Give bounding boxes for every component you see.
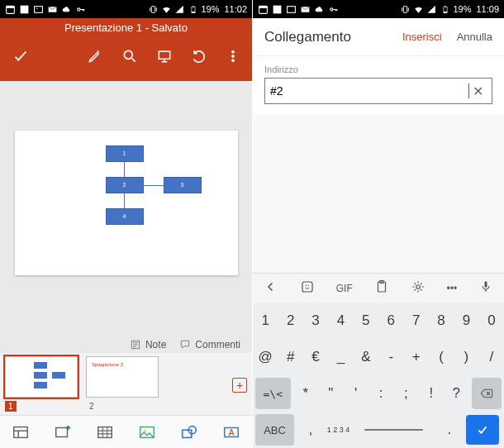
key-dquote[interactable]: " xyxy=(318,375,343,412)
key-dot[interactable]: . xyxy=(435,412,464,448)
svg-point-11 xyxy=(124,50,132,59)
battery-icon xyxy=(188,4,198,15)
present-icon[interactable] xyxy=(156,48,173,68)
dialog-header: Collegamento Inserisci Annulla xyxy=(253,18,504,56)
new-slide-icon[interactable] xyxy=(51,421,74,444)
key-numpad[interactable]: 1 2 3 4 xyxy=(325,412,353,448)
more-icon[interactable]: ••• xyxy=(446,283,457,294)
mic-icon[interactable] xyxy=(478,279,493,297)
key-1[interactable]: 1 xyxy=(253,303,278,339)
image-icon[interactable] xyxy=(136,421,159,444)
slide-canvas[interactable]: 1 2 3 4 xyxy=(0,81,252,324)
key-8[interactable]: 8 xyxy=(429,303,454,339)
overflow-icon[interactable] xyxy=(226,48,240,68)
signal-icon xyxy=(426,4,437,15)
key-euro[interactable]: € xyxy=(303,339,328,375)
layout-icon[interactable] xyxy=(9,421,32,444)
spacebar[interactable] xyxy=(352,412,435,448)
key-underscore[interactable]: _ xyxy=(328,339,353,375)
key-semicolon[interactable]: ; xyxy=(393,375,418,412)
svg-rect-7 xyxy=(152,6,155,12)
address-field[interactable]: ✕ xyxy=(264,78,492,104)
enter-key[interactable] xyxy=(466,415,499,445)
key-plus[interactable]: + xyxy=(403,339,428,375)
textbox-icon[interactable]: A xyxy=(220,421,243,444)
key-7[interactable]: 7 xyxy=(403,303,428,339)
key-icon xyxy=(328,4,339,15)
svg-rect-17 xyxy=(14,427,28,437)
svg-point-4 xyxy=(36,7,37,8)
insert-button[interactable]: Inserisci xyxy=(402,31,442,43)
add-slide-button[interactable]: + xyxy=(232,378,247,393)
address-input[interactable] xyxy=(270,84,470,98)
slide[interactable]: 1 2 3 4 xyxy=(15,131,238,275)
shapes-icon[interactable] xyxy=(178,421,201,444)
svg-rect-27 xyxy=(259,6,268,8)
key-colon[interactable]: : xyxy=(368,375,393,412)
svg-point-14 xyxy=(232,55,235,57)
backspace-key[interactable] xyxy=(472,378,502,409)
key-minus[interactable]: - xyxy=(378,339,403,375)
comments-label: Commenti xyxy=(195,339,240,350)
slide-thumbnails: 1 Spiegazione 2 2 + xyxy=(0,353,252,415)
key-3[interactable]: 3 xyxy=(303,303,328,339)
key-hash[interactable]: # xyxy=(278,339,302,375)
flowchart-node: 1 xyxy=(106,145,144,162)
done-button[interactable] xyxy=(12,47,30,69)
key-rparen[interactable]: ) xyxy=(454,339,478,375)
key-amp[interactable]: & xyxy=(354,339,378,375)
signal-icon xyxy=(174,4,185,15)
connector xyxy=(144,185,164,186)
keyboard: GIF ••• 1 2 3 4 5 6 7 8 9 0 @ # € _ & - … xyxy=(253,273,504,448)
pen-icon[interactable] xyxy=(87,48,103,68)
battery-pct: 19% xyxy=(201,4,219,14)
key-lparen[interactable]: ( xyxy=(429,339,454,375)
svg-rect-32 xyxy=(404,6,407,12)
thumbnail-1[interactable]: 1 xyxy=(5,356,78,412)
key-5[interactable]: 5 xyxy=(354,303,378,339)
vibrate-icon xyxy=(400,4,411,15)
key-question[interactable]: ? xyxy=(444,375,468,412)
key-2[interactable]: 2 xyxy=(278,303,302,339)
key-at[interactable]: @ xyxy=(253,339,278,375)
svg-point-13 xyxy=(232,50,235,53)
svg-point-37 xyxy=(306,285,307,287)
comments-button[interactable]: Commenti xyxy=(179,339,240,350)
gear-icon[interactable] xyxy=(411,279,426,297)
key-4[interactable]: 4 xyxy=(328,303,353,339)
dialog-title: Collegamento xyxy=(264,29,351,45)
clipboard-icon[interactable] xyxy=(374,279,389,297)
kbd-collapse-icon[interactable] xyxy=(264,279,278,297)
svg-rect-36 xyxy=(302,282,312,292)
key-star[interactable]: * xyxy=(293,375,318,412)
key-abc[interactable]: ABC xyxy=(255,414,294,446)
key-6[interactable]: 6 xyxy=(378,303,403,339)
svg-point-15 xyxy=(232,59,235,61)
thumbnail-2[interactable]: Spiegazione 2 2 xyxy=(86,356,159,412)
search-icon[interactable] xyxy=(121,48,138,68)
gif-button[interactable]: GIF xyxy=(336,283,353,294)
calendar-icon xyxy=(258,4,269,15)
key-symbols[interactable]: =\< xyxy=(255,378,291,409)
flowchart-node: 4 xyxy=(106,208,144,225)
mail-icon xyxy=(47,4,58,15)
gallery-icon xyxy=(286,4,297,15)
connector xyxy=(124,193,125,208)
key-slash[interactable]: / xyxy=(479,339,504,375)
thumbnail-number: 1 xyxy=(5,401,17,412)
key-9[interactable]: 9 xyxy=(454,303,478,339)
calendar-icon xyxy=(5,4,16,15)
svg-rect-29 xyxy=(288,6,296,12)
key-squote[interactable]: ' xyxy=(343,375,368,412)
cancel-button[interactable]: Annulla xyxy=(457,31,492,43)
app-icon xyxy=(19,4,30,15)
table-icon[interactable] xyxy=(93,421,116,444)
key-bang[interactable]: ! xyxy=(419,375,444,412)
svg-rect-2 xyxy=(21,5,29,13)
sticker-icon[interactable] xyxy=(300,279,315,297)
key-0[interactable]: 0 xyxy=(479,303,504,339)
undo-icon[interactable] xyxy=(191,48,207,68)
key-comma[interactable]: , xyxy=(297,412,325,448)
notes-button[interactable]: Note xyxy=(130,339,166,350)
clear-icon[interactable]: ✕ xyxy=(469,83,487,99)
